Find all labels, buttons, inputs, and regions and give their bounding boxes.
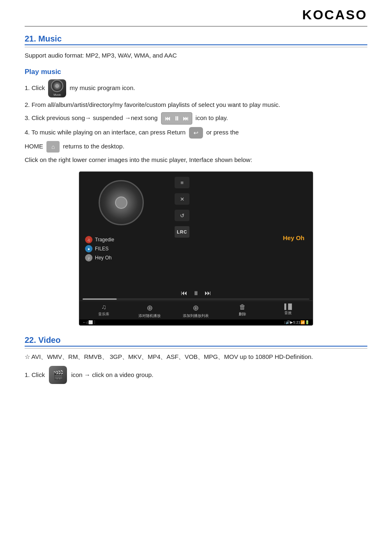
video-support-text: ☆ AVI、WMV、RM、RMVB、 3GP、MKV、MP4、ASF、VOB、M…: [25, 352, 367, 362]
music-app-icon: Music: [48, 79, 66, 97]
player-next-btn: ⏭: [205, 289, 211, 297]
music-player-screenshot: ♫ Tragedie ● FILES ♪ Hey Oh ≡ ✕: [79, 171, 313, 326]
section-divider: [25, 47, 367, 47]
menu-item-tragedie: ♫ Tragedie: [85, 236, 157, 243]
step1-text: 1. Click Music my music program icon.: [25, 79, 367, 97]
library-icon: ♫: [101, 303, 106, 311]
section-video-divider: [25, 348, 367, 349]
pause-btn: ⏸: [174, 114, 180, 123]
song-icon: ♪: [85, 254, 92, 261]
video-step1-suffix: icon → click on a video group.: [71, 370, 153, 380]
library-label: 音乐库: [98, 312, 109, 317]
menubar-shuffle-add: ⊕ 添对随机播放: [137, 303, 162, 319]
player-transport-row: ⏮ ⏸ ⏭: [79, 287, 313, 298]
album-art: [99, 180, 144, 225]
shuffle-icon: ✕: [175, 193, 189, 205]
status-back: ←: [83, 320, 86, 324]
section-music: 21. Music Support audio format: MP2, MP3…: [25, 34, 367, 326]
support-text: Support audio format: MP2, MP3, WAV, WMA…: [25, 51, 367, 60]
media-player-icon: 🎬: [49, 366, 67, 384]
section-music-title: 21. Music: [25, 34, 367, 45]
repeat-icon: ↺: [175, 210, 189, 221]
delete-icon: 🗑: [239, 303, 246, 311]
player-menu-bar: ♫ 音乐库 ⊕ 添对随机播放 ⊕ 添加到播放列表 🗑 删除 ▐▐▌ 音效: [79, 301, 313, 319]
video-step1-text: 1. Click 🎬 icon → click on a video group…: [25, 366, 367, 384]
player-menu-list: ♫ Tragedie ● FILES ♪ Hey Oh: [85, 236, 157, 261]
progress-bar: [83, 298, 309, 300]
progress-fill: [83, 298, 117, 300]
menubar-eq: ▐▐▌ 音效: [276, 303, 300, 319]
menubar-library: ♫ 音乐库: [92, 303, 116, 319]
files-label: FILES: [95, 246, 108, 252]
status-battery: 🔋: [305, 320, 309, 324]
playlist-icon: ≡: [175, 177, 189, 188]
player-center-panel: ≡ ✕ ↺ LRC: [161, 172, 203, 287]
player-left-panel: ♫ Tragedie ● FILES ♪ Hey Oh: [79, 172, 161, 287]
shuffle-add-icon: ⊕: [147, 303, 153, 312]
step4-text: 4. To music while playing on an interfac…: [25, 127, 367, 139]
song-title: Hey Oh: [283, 234, 304, 241]
next-btn: ⏭: [183, 114, 189, 123]
section-video-title: 22. Video: [25, 335, 367, 347]
player-top-area: ♫ Tragedie ● FILES ♪ Hey Oh ≡ ✕: [79, 172, 313, 287]
menu-item-heyoh: ♪ Hey Oh: [85, 254, 157, 261]
files-icon: ●: [85, 245, 92, 252]
media-player-symbol: 🎬: [53, 368, 64, 382]
section-video: 22. Video ☆ AVI、WMV、RM、RMVB、 3GP、MKV、MP4…: [25, 335, 367, 384]
eq-icon: ▐▐▌: [282, 303, 294, 310]
menubar-add-playlist: ⊕ 添加到播放列表: [183, 303, 209, 319]
play-music-subtitle: Play music: [25, 68, 367, 76]
status-wifi: 📶: [300, 320, 305, 324]
player-right-panel: Hey Oh: [203, 172, 313, 287]
tragedie-icon: ♫: [85, 236, 92, 243]
eq-label: 音效: [284, 310, 292, 316]
delete-label: 删除: [239, 312, 246, 317]
click-instruction: Click on the right lower corner images i…: [25, 155, 367, 165]
brand-name: KOCASO: [302, 7, 367, 22]
transport-controls: ⏮ ⏸ ⏭: [161, 112, 192, 125]
player-prev-btn: ⏮: [181, 289, 187, 297]
add-playlist-icon: ⊕: [193, 303, 199, 312]
status-time: 5:21: [293, 320, 300, 324]
heyoh-label: Hey Oh: [95, 255, 112, 261]
status-menu: ⋮: [93, 320, 97, 324]
menubar-delete: 🗑 删除: [230, 303, 255, 319]
add-playlist-label: 添加到播放列表: [183, 313, 209, 319]
lrc-button: LRC: [175, 226, 189, 238]
album-inner-circle: [115, 197, 127, 209]
menu-item-files: ● FILES: [85, 245, 157, 252]
step3-text: 3. Click previous song→ suspended →next …: [25, 112, 367, 125]
player-pause-btn: ⏸: [193, 290, 199, 296]
video-step1-prefix: 1. Click: [25, 370, 45, 380]
step1-prefix: 1. Click: [25, 84, 46, 91]
step1-suffix: my music program icon.: [70, 84, 135, 91]
shuffle-add-label: 添对随机播放: [138, 313, 161, 319]
step2-text: 2. From all/album/artist/directory/my fa…: [25, 100, 367, 110]
step4b-suffix: returns to the desktop.: [63, 143, 124, 150]
tragedie-label: Tragedie: [95, 237, 114, 243]
status-bt: 🔊: [286, 320, 290, 324]
step4b-text: HOME ⌂ returns to the desktop.: [25, 141, 367, 153]
status-play: ▶: [290, 320, 293, 324]
return-icon: ↩: [189, 127, 203, 139]
home-icon: ⌂: [46, 141, 60, 153]
brand-header: KOCASO: [25, 0, 367, 27]
prev-btn: ⏮: [165, 114, 171, 123]
status-window: ⬜: [88, 320, 93, 324]
player-status-bar: ← ⌂ ⬜ ⋮ ↕ 🔊 ▶ 5:21 📶 🔋: [79, 319, 313, 325]
